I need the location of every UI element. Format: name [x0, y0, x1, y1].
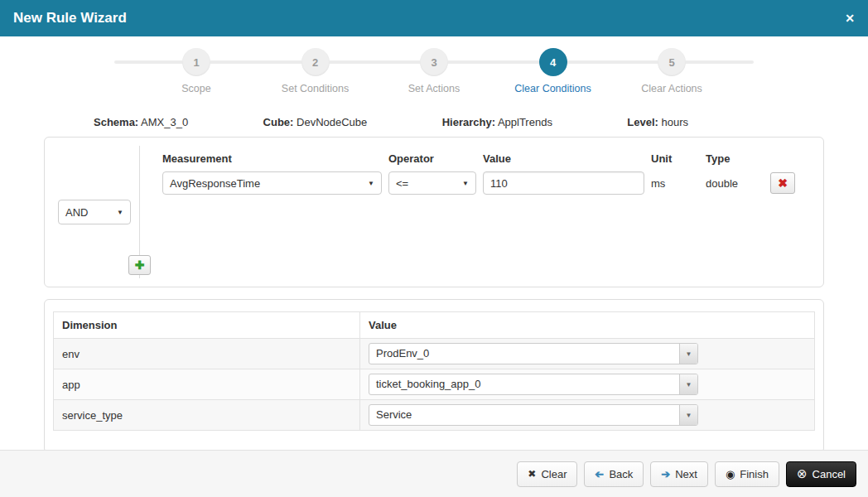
wizard-stepper: 1 Scope 2 Set Conditions 3 Set Actions 4…: [182, 48, 686, 103]
schema-value: AMX_3_0: [141, 116, 188, 128]
wizard-footer: ✖ Clear ➔ Back ➔ Next ◉ Finish ⊗ Cancel: [0, 450, 868, 497]
chevron-down-icon: ▼: [117, 209, 123, 216]
step-scope[interactable]: 1 Scope: [182, 48, 210, 76]
schema-label: Schema:: [94, 116, 138, 128]
step-label-clear-actions: Clear Actions: [641, 83, 702, 94]
add-condition-button[interactable]: ✚: [128, 255, 151, 275]
rule-context-bar: Schema: AMX_3_0 Cube: DevNodeCube Hierar…: [94, 116, 688, 128]
logic-operator-value: AND: [65, 206, 88, 219]
env-value-combobox[interactable]: ProdEnv_0 ▼: [369, 343, 698, 364]
finish-circle-icon: ◉: [726, 468, 735, 480]
step-label-set-conditions: Set Conditions: [282, 83, 349, 94]
service-type-value-combobox[interactable]: Service ▼: [369, 404, 698, 426]
cancel-button-label: Cancel: [813, 468, 846, 480]
app-value-combobox[interactable]: ticket_booking_app_0 ▼: [369, 374, 698, 395]
unit-value: ms: [651, 177, 699, 190]
step-clear-conditions-active[interactable]: 4 Clear Conditions: [539, 48, 567, 76]
cube-value: DevNodeCube: [297, 116, 367, 128]
condition-headers-row: Measurement Operator Value Unit Type: [162, 152, 815, 165]
value-header: Value: [483, 152, 644, 165]
plus-icon: ✚: [135, 258, 145, 272]
step-label-scope: Scope: [181, 83, 210, 94]
operator-select[interactable]: <= ▼: [388, 171, 476, 195]
next-button-label: Next: [675, 468, 697, 480]
arrow-right-icon: ➔: [661, 468, 670, 480]
back-button-label: Back: [609, 468, 633, 480]
table-row: app ticket_booking_app_0 ▼: [54, 369, 815, 400]
close-icon[interactable]: ✕: [845, 12, 855, 25]
dimensions-panel: Dimension Value env ProdEnv_0 ▼ app tick…: [44, 299, 824, 453]
dimension-name-env: env: [54, 339, 360, 369]
table-row: service_type Service ▼: [54, 400, 815, 431]
dimension-name-service-type: service_type: [54, 400, 360, 431]
measurement-header: Measurement: [162, 152, 382, 165]
hierarchy-value: ApplTrends: [498, 116, 552, 128]
type-header: Type: [706, 152, 764, 165]
condition-row: AvgResponseTime ▼ <= ▼ ms double ✖: [162, 171, 815, 195]
step-circle-5[interactable]: 5: [658, 48, 686, 76]
step-set-actions[interactable]: 3 Set Actions: [420, 48, 448, 76]
operator-header: Operator: [388, 152, 476, 165]
clear-conditions-panel: AND ▼ Measurement Operator Value Unit Ty…: [44, 137, 824, 287]
step-set-conditions[interactable]: 2 Set Conditions: [301, 48, 330, 76]
app-selected-value: ticket_booking_app_0: [369, 374, 679, 394]
env-selected-value: ProdEnv_0: [369, 344, 679, 364]
unit-header: Unit: [651, 152, 699, 165]
dialog-titlebar: New Rule Wizard ✕: [0, 0, 868, 36]
level-label: Level:: [627, 116, 658, 128]
service-type-selected-value: Service: [369, 405, 679, 425]
dimension-name-app: app: [54, 369, 360, 400]
finish-button[interactable]: ◉ Finish: [715, 461, 779, 487]
clear-button-label: Clear: [541, 468, 567, 480]
type-value: double: [706, 177, 764, 190]
step-circle-4[interactable]: 4: [539, 48, 567, 76]
level-value: hours: [661, 116, 688, 128]
chevron-down-icon[interactable]: ▼: [679, 405, 697, 425]
condition-value-input[interactable]: [483, 171, 644, 195]
context-level: Level: hours: [627, 116, 688, 128]
step-label-clear-conditions: Clear Conditions: [514, 83, 591, 94]
back-button[interactable]: ➔ Back: [584, 461, 644, 487]
logic-operator-select[interactable]: AND ▼: [58, 200, 131, 224]
step-clear-actions[interactable]: 5 Clear Actions: [658, 48, 686, 76]
context-cube: Cube: DevNodeCube: [263, 116, 368, 128]
cube-label: Cube:: [263, 116, 294, 128]
dimension-column-header: Dimension: [54, 312, 360, 339]
next-button[interactable]: ➔ Next: [650, 461, 708, 487]
measurement-value: AvgResponseTime: [170, 177, 260, 190]
step-circle-1[interactable]: 1: [182, 48, 210, 76]
context-hierarchy: Hierarchy: ApplTrends: [442, 116, 552, 128]
cancel-button[interactable]: ⊗ Cancel: [786, 461, 856, 487]
finish-button-label: Finish: [740, 468, 769, 480]
measurement-select[interactable]: AvgResponseTime ▼: [162, 171, 382, 195]
clear-x-icon: ✖: [528, 468, 536, 480]
step-circle-2[interactable]: 2: [301, 48, 330, 76]
chevron-down-icon: ▼: [368, 180, 374, 187]
cancel-circle-x-icon: ⊗: [797, 466, 808, 481]
dialog-title: New Rule Wizard: [13, 10, 127, 27]
context-schema: Schema: AMX_3_0: [94, 116, 188, 128]
table-row: env ProdEnv_0 ▼: [54, 339, 815, 369]
delete-icon: ✖: [778, 176, 788, 190]
clear-button[interactable]: ✖ Clear: [517, 461, 577, 487]
step-label-set-actions: Set Actions: [408, 83, 461, 94]
operator-value: <=: [396, 177, 408, 190]
chevron-down-icon: ▼: [462, 180, 469, 187]
chevron-down-icon[interactable]: ▼: [679, 344, 697, 364]
hierarchy-label: Hierarchy:: [442, 116, 495, 128]
chevron-down-icon[interactable]: ▼: [679, 374, 697, 394]
dimensions-header-row: Dimension Value: [54, 312, 815, 339]
value-column-header: Value: [360, 312, 815, 339]
arrow-left-icon: ➔: [595, 468, 604, 480]
dimensions-table: Dimension Value env ProdEnv_0 ▼ app tick…: [53, 311, 815, 431]
delete-condition-button[interactable]: ✖: [770, 172, 795, 194]
step-circle-3[interactable]: 3: [420, 48, 448, 76]
